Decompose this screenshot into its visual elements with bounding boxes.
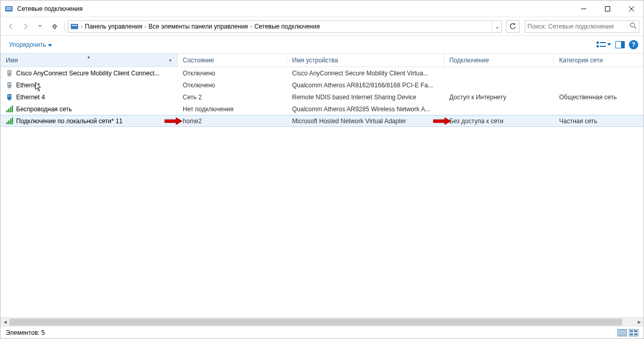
svg-rect-2 — [6, 9, 11, 10]
search-placeholder: Поиск: Сетевые подключения — [527, 23, 630, 30]
connection-name: Ethernet — [16, 82, 40, 89]
details-view-button[interactable] — [617, 329, 627, 336]
svg-rect-20 — [10, 71, 11, 73]
horizontal-scrollbar[interactable]: ◂ ▸ — [1, 317, 643, 326]
svg-rect-42 — [630, 333, 633, 335]
table-row[interactable]: Cisco AnyConnect Secure Mobility Client … — [1, 67, 643, 79]
network-adapter-icon — [6, 82, 13, 89]
column-label: Категория сети — [559, 57, 603, 64]
cell-device-name: Microsoft Hosted Network Virtual Adapter — [287, 118, 444, 125]
table-row[interactable]: Ethernet 4Сеть 2Remote NDIS based Intern… — [1, 91, 643, 103]
column-device-name[interactable]: Имя устройства — [287, 54, 444, 67]
search-icon[interactable] — [630, 22, 637, 31]
forward-button[interactable] — [19, 20, 32, 33]
column-category[interactable]: Категория сети — [554, 54, 643, 67]
window: Сетевые подключения › Панель управления … — [0, 0, 644, 339]
svg-rect-23 — [8, 83, 9, 85]
refresh-button[interactable] — [506, 20, 520, 33]
svg-rect-1 — [6, 7, 11, 8]
svg-rect-7 — [71, 24, 78, 29]
cell-state: Нет подключения — [178, 106, 287, 113]
svg-rect-40 — [630, 330, 633, 332]
view-options-button[interactable] — [597, 41, 611, 48]
svg-rect-34 — [8, 121, 10, 124]
svg-rect-36 — [12, 118, 14, 124]
svg-rect-14 — [600, 46, 606, 47]
up-button[interactable] — [48, 20, 61, 33]
nav-row: › Панель управления › Все элементы панел… — [1, 17, 643, 36]
column-headers: ▴ Имя ▾ Состояние Имя устройства Подключ… — [1, 54, 643, 67]
scroll-track[interactable] — [9, 318, 635, 326]
address-history-button[interactable]: ⌄ — [492, 21, 501, 32]
svg-rect-25 — [7, 94, 11, 99]
cell-device-name: Qualcomm Atheros AR8162/8166/8168 PCI-E … — [287, 82, 444, 89]
cell-category: Частная сеть — [554, 118, 643, 125]
svg-line-10 — [634, 27, 636, 29]
connections-list: Cisco AnyConnect Secure Mobility Client … — [1, 67, 643, 317]
svg-rect-22 — [8, 87, 10, 88]
location-icon — [69, 21, 80, 32]
cell-name: Ethernet 4 — [1, 94, 178, 101]
breadcrumb-item[interactable]: Все элементы панели управления — [146, 23, 250, 30]
cell-state: Сеть 2 — [178, 94, 287, 101]
connection-name: Ethernet 4 — [16, 94, 45, 101]
organize-menu[interactable]: Упорядочить — [6, 39, 55, 50]
breadcrumb-item[interactable]: Панель управления — [83, 23, 144, 30]
cell-name: Беспроводная сеть — [1, 106, 178, 113]
minimize-button[interactable] — [572, 1, 596, 17]
svg-rect-35 — [10, 119, 11, 124]
back-button[interactable] — [5, 20, 17, 33]
titlebar: Сетевые подключения — [1, 1, 643, 17]
window-title: Сетевые подключения — [17, 5, 83, 12]
breadcrumb-item[interactable]: Сетевые подключения — [252, 23, 322, 30]
status-items-label: Элементов: — [6, 329, 40, 336]
annotation-arrow — [433, 118, 451, 125]
help-button[interactable]: ? — [629, 40, 638, 49]
svg-rect-16 — [621, 41, 625, 48]
preview-pane-button[interactable] — [615, 41, 625, 48]
svg-rect-27 — [8, 95, 9, 97]
network-adapter-icon — [6, 106, 13, 113]
table-row[interactable]: EthernetОтключеноQualcomm Atheros AR8162… — [1, 79, 643, 91]
table-row[interactable]: Подключение по локальной сети* 11home2Mi… — [1, 115, 643, 127]
svg-rect-21 — [7, 82, 11, 87]
table-row[interactable]: Беспроводная сетьНет подключенияQualcomm… — [1, 103, 643, 115]
column-name[interactable]: ▴ Имя ▾ — [1, 54, 178, 67]
app-icon — [5, 5, 13, 13]
svg-rect-26 — [8, 99, 10, 100]
recent-locations-button[interactable] — [34, 20, 46, 33]
sort-ascending-icon: ▴ — [87, 54, 90, 59]
svg-rect-43 — [634, 333, 637, 335]
chevron-down-icon[interactable]: ▾ — [169, 58, 172, 63]
scroll-left-button[interactable]: ◂ — [1, 318, 9, 326]
svg-rect-18 — [8, 75, 10, 76]
svg-rect-30 — [8, 109, 10, 112]
window-controls — [572, 1, 643, 17]
toolbar: Упорядочить ? — [1, 36, 643, 54]
chevron-down-icon — [48, 41, 52, 48]
close-button[interactable] — [620, 1, 643, 17]
network-adapter-icon — [6, 118, 13, 125]
column-label: Имя устройства — [292, 57, 338, 64]
svg-rect-24 — [10, 83, 11, 85]
column-connectivity[interactable]: Подключение — [444, 54, 554, 67]
address-bar[interactable]: › Панель управления › Все элементы панел… — [68, 20, 502, 33]
large-icons-view-button[interactable] — [629, 329, 638, 336]
column-state[interactable]: Состояние — [178, 54, 287, 67]
svg-rect-28 — [10, 95, 11, 97]
scroll-right-button[interactable]: ▸ — [635, 318, 643, 326]
svg-point-9 — [630, 23, 635, 27]
svg-rect-31 — [10, 107, 11, 112]
column-label: Состояние — [183, 57, 214, 64]
svg-rect-4 — [605, 6, 610, 11]
column-label: Подключение — [449, 57, 489, 64]
svg-rect-29 — [6, 110, 8, 112]
cell-device-name: Cisco AnyConnect Secure Mobility Client … — [287, 70, 444, 77]
scroll-thumb[interactable] — [9, 319, 622, 325]
maximize-button[interactable] — [596, 1, 620, 17]
annotation-arrow — [165, 118, 182, 125]
svg-rect-11 — [597, 42, 599, 44]
search-input[interactable]: Поиск: Сетевые подключения — [525, 20, 639, 33]
svg-rect-32 — [12, 106, 14, 112]
svg-rect-33 — [6, 122, 8, 124]
